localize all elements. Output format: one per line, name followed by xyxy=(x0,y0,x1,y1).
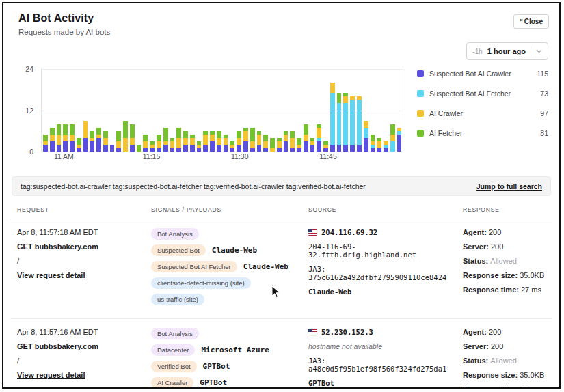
chart-bar[interactable] xyxy=(263,135,268,152)
signal-badge[interactable]: clientside-detect-missing (site) xyxy=(151,277,251,289)
time-range-selector[interactable]: -1h 1 hour ago xyxy=(466,42,548,60)
bar-segment xyxy=(323,148,328,152)
column-header-request: Request xyxy=(10,206,144,213)
chart-bar[interactable] xyxy=(96,128,101,152)
chart-bar[interactable] xyxy=(176,128,181,152)
request-cell: Apr 8, 11:57:16 AM EDTGET bubbsbakery.co… xyxy=(10,328,144,389)
chart-bar[interactable] xyxy=(304,124,308,152)
bar-segment xyxy=(57,135,62,145)
jump-to-full-search-link[interactable]: Jump to full search xyxy=(476,182,542,191)
ja3-text: JA3: a48c0d5f95b1ef98f560f324fd275da1 xyxy=(308,356,456,373)
chart-bar[interactable] xyxy=(203,131,208,152)
chart-bar[interactable] xyxy=(297,138,301,152)
chart-bar[interactable] xyxy=(330,83,335,152)
chart-bar[interactable] xyxy=(143,135,148,152)
chart-bar[interactable] xyxy=(90,131,94,152)
view-request-detail-link[interactable]: View request detail xyxy=(17,271,85,279)
chart-bar[interactable] xyxy=(397,128,402,152)
chart-bar[interactable] xyxy=(357,96,362,152)
chart-bar[interactable] xyxy=(317,124,321,152)
chart-bar[interactable] xyxy=(63,124,68,152)
chart-bar[interactable] xyxy=(57,124,62,152)
close-button[interactable]: × Close xyxy=(513,14,549,29)
filter-bar[interactable]: tag:suspected-bot.ai-crawler tag:suspect… xyxy=(12,176,551,196)
chart-bar[interactable] xyxy=(77,138,81,152)
chart-bar[interactable] xyxy=(364,121,368,152)
chart-bar[interactable] xyxy=(190,135,195,152)
chart-bar[interactable] xyxy=(83,121,88,152)
signal-badge[interactable]: Datacenter xyxy=(151,344,195,356)
legend-item[interactable]: Suspected Bot AI Crawler115 xyxy=(417,70,548,78)
chart-bar[interactable] xyxy=(70,124,75,152)
chart-bar[interactable] xyxy=(284,131,288,152)
chart-bar[interactable] xyxy=(110,145,115,152)
chart-bar[interactable] xyxy=(123,121,128,152)
chart-bar[interactable] xyxy=(371,135,375,152)
bar-segment xyxy=(304,124,308,135)
signal-badge[interactable]: Suspected Bot xyxy=(151,244,206,256)
bar-segment xyxy=(43,145,48,152)
chart-bar[interactable] xyxy=(170,138,175,152)
requests-table: Request Signals / Payloads Source Respon… xyxy=(10,202,552,389)
bot-activity-chart[interactable]: 24120 11 AM11:1511:3011:45 xyxy=(12,64,407,167)
chart-bar[interactable] xyxy=(230,141,234,152)
chart-bar[interactable] xyxy=(217,131,221,152)
chart-bar[interactable] xyxy=(243,128,248,152)
chart-bar[interactable] xyxy=(350,96,355,152)
chart-bar[interactable] xyxy=(323,141,328,152)
chart-bar[interactable] xyxy=(290,131,295,152)
legend-item[interactable]: AI Crawler97 xyxy=(417,109,548,117)
legend-label: AI Crawler xyxy=(429,109,540,117)
chart-bar[interactable] xyxy=(377,138,381,152)
bar-segment xyxy=(330,145,335,152)
response-value: 200 xyxy=(491,242,503,251)
bar-segment xyxy=(103,131,108,138)
chart-bar[interactable] xyxy=(337,93,342,152)
chart-bar[interactable] xyxy=(390,124,395,152)
chart-bar[interactable] xyxy=(197,141,202,152)
signal-badge[interactable]: AI Crawler xyxy=(151,377,193,389)
source-cell: 52.230.152.3hostname not availableJA3: a… xyxy=(301,328,456,389)
time-range-label: 1 hour ago xyxy=(487,47,526,55)
response-value: Allowed xyxy=(490,257,517,265)
chart-bar[interactable] xyxy=(343,93,348,152)
legend-item[interactable]: Suspected Bot AI Fetcher73 xyxy=(417,89,548,98)
chart-bar[interactable] xyxy=(103,131,108,152)
chart-bar[interactable] xyxy=(137,145,142,152)
chart-bar[interactable] xyxy=(150,141,155,152)
chart-bar[interactable] xyxy=(157,135,161,152)
chart-bar[interactable] xyxy=(130,124,135,152)
chart-bar[interactable] xyxy=(43,135,48,152)
chart-bar[interactable] xyxy=(183,131,188,152)
chart-bar[interactable] xyxy=(50,128,55,152)
signal-line: us-traffic (site) xyxy=(151,294,301,305)
legend-item[interactable]: AI Fetcher81 xyxy=(417,129,548,137)
bar-segment xyxy=(203,145,208,152)
chart-bar[interactable] xyxy=(384,141,388,152)
chart-bar[interactable] xyxy=(116,131,121,152)
chart-bar[interactable] xyxy=(277,138,282,152)
bar-segment xyxy=(230,148,234,152)
signal-badge[interactable]: Suspected Bot AI Fetcher xyxy=(151,261,237,272)
signal-badge[interactable]: us-traffic (site) xyxy=(151,294,204,305)
chevron-down-icon xyxy=(536,49,542,53)
chart-bar[interactable] xyxy=(237,131,241,152)
bar-segment xyxy=(390,124,395,135)
chart-bar[interactable] xyxy=(210,131,215,152)
chart-bar[interactable] xyxy=(224,135,228,152)
source-ip: 204.116.69.32 xyxy=(321,228,377,236)
bar-segment xyxy=(390,141,395,152)
chart-bar[interactable] xyxy=(257,131,262,152)
bar-segment xyxy=(143,148,148,152)
source-cell: 204.116.69.32204-116-69-32.ftth.drig.hig… xyxy=(301,228,456,310)
chart-bar[interactable] xyxy=(163,128,168,152)
view-request-detail-link[interactable]: View request detail xyxy=(17,371,85,379)
chart-bar[interactable] xyxy=(250,128,255,152)
legend-count: 81 xyxy=(540,129,548,137)
signal-badge[interactable]: Bot Analysis xyxy=(151,328,199,339)
chart-bar[interactable] xyxy=(310,138,315,152)
signal-badge[interactable]: Bot Analysis xyxy=(151,228,199,240)
chart-bar[interactable] xyxy=(270,138,275,152)
signal-badge[interactable]: Verified Bot xyxy=(151,361,197,372)
response-label: Response time: xyxy=(463,385,521,389)
